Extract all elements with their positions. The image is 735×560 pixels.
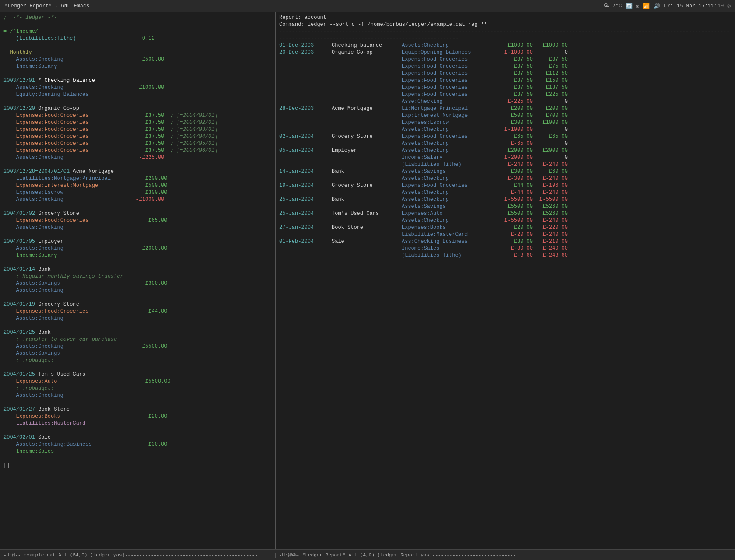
report-row-14: 02-Jan-2004 Grocery Store Expens:Food:Gr…: [279, 133, 732, 140]
line-groceries-4: Expenses:Food:Groceries £37.50 ; [=2004/…: [4, 133, 272, 140]
report-row-20: Assets:Checking £-300.00 £-240.00: [279, 175, 732, 182]
titlebar: *Ledger Report* - GNU Emacs 🌤 7°C 🔄 ✉ 📶 …: [0, 0, 735, 12]
line-cursor: []: [4, 462, 272, 469]
report-row-15: Assets:Checking £-65.00 0: [279, 140, 732, 147]
line-income-salary-monthly: Income:Salary: [4, 63, 272, 70]
line-2004-01-25-bank: 2004/01/25 Bank: [4, 329, 272, 336]
line-2004-01-19: 2004/01/19 Grocery Store: [4, 301, 272, 308]
report-row-1: 01-Dec-2003 Checking balance Assets:Chec…: [279, 42, 732, 49]
line-groceries-2: Expenses:Food:Groceries £37.50 ; [=2004/…: [4, 119, 272, 126]
line-groceries-44: Expenses:Food:Groceries £44.00: [4, 308, 272, 315]
line-2004-01-02: 2004/01/02 Grocery Store: [4, 210, 272, 217]
line-groceries-3: Expenses:Food:Groceries £37.50 ; [=2004/…: [4, 126, 272, 133]
report-row-31: (Liabilities:Tithe) £-3.60 £-243.60: [279, 252, 732, 259]
report-row-17: Income:Salary £-2000.00 0: [279, 154, 732, 161]
settings-icon[interactable]: ⚙: [727, 3, 731, 10]
line-2004-02-01: 2004/02/01 Sale: [4, 434, 272, 441]
report-row-28: Liabilitie:MasterCard £-20.00 £-240.00: [279, 231, 732, 238]
report-row-19: 14-Jan-2004 Bank Assets:Savings £300.00 …: [279, 168, 732, 175]
report-row-7: Expens:Food:Groceries £37.50 £187.50: [279, 84, 732, 91]
right-pane[interactable]: Report: account Command: ledger --sort d…: [276, 12, 735, 550]
line-2003-12-28: 2003/12/28=2004/01/01 Acme Mortgage: [4, 168, 272, 175]
line-2004-01-25-cars: 2004/01/25 Tom's Used Cars: [4, 371, 272, 378]
report-row-6: Expens:Food:Groceries £37.50 £150.00: [279, 77, 732, 84]
titlebar-title: *Ledger Report* - GNU Emacs: [4, 3, 89, 9]
report-row-23: 25-Jan-2004 Bank Assets:Checking £-5500.…: [279, 196, 732, 203]
line-blank11: [4, 364, 272, 371]
line-interest-mortgage: Expenses:Interest:Mortgage £500.00: [4, 182, 272, 189]
report-row-18: (Liabilities:Tithe) £-240.00 £-240.00: [279, 161, 732, 168]
line-checking-business: Assets:Checking:Business £30.00: [4, 441, 272, 448]
report-row-27: 27-Jan-2004 Book Store Expenses:Books £2…: [279, 224, 732, 231]
report-row-12: Expenses:Escrow £300.00 £1000.00: [279, 119, 732, 126]
report-row-10: 28-Dec-2003 Acme Mortgage Li:Mortgage:Pr…: [279, 105, 732, 112]
titlebar-right: 🌤 7°C 🔄 ✉ 📶 🔊 Fri 15 Mar 17:11:19 ⚙: [603, 3, 731, 10]
line-equity-opening: Equity:Opening Balances: [4, 91, 272, 98]
report-row-29: 01-Feb-2004 Sale Ass:Checking:Business £…: [279, 238, 732, 245]
line-2004-01-27: 2004/01/27 Book Store: [4, 406, 272, 413]
line-groceries-65: Expenses:Food:Groceries £65.00: [4, 217, 272, 224]
line-ledger-comment: ; -*- ledger -*-: [4, 14, 272, 21]
report-header-label: Report: account: [279, 14, 732, 21]
line-assets-savings: Assets:Savings: [4, 350, 272, 357]
weather-icon: 🌤: [603, 3, 609, 9]
line-expenses-books: Expenses:Books £20.00: [4, 413, 272, 420]
line-liabilities-mastercard: Liabilities:MasterCard: [4, 420, 272, 427]
report-row-25: 25-Jan-2004 Tom's Used Cars Expenses:Aut…: [279, 210, 732, 217]
report-row-16: 05-Jan-2004 Employer Assets:Checking £20…: [279, 147, 732, 154]
line-2004-01-05: 2004/01/05 Employer: [4, 238, 272, 245]
mail-icon[interactable]: ✉: [636, 3, 640, 10]
line-assets-checking-1000neg: Assets:Checking -£1000.00: [4, 196, 272, 203]
temperature: 7°C: [612, 3, 622, 9]
report-row-9: Asse:Checking £-225.00 0: [279, 98, 732, 105]
report-row-11: Exp:Interest:Mortgage £500.00 £700.00: [279, 112, 732, 119]
line-assets-checking-1000: Assets:Checking £1000.00: [4, 84, 272, 91]
report-row-21: 19-Jan-2004 Grocery Store Expens:Food:Gr…: [279, 182, 732, 189]
line-assets-checking-225: Assets:Checking -£225.00: [4, 154, 272, 161]
statusbar: -U:@-- example.dat All (64,0) (Ledger ya…: [0, 550, 735, 560]
line-2004-01-14: 2004/01/14 Bank: [4, 266, 272, 273]
line-blank8: [4, 259, 272, 266]
line-blank6: [4, 203, 272, 210]
main-area: ; -*- ledger -*- = /^Income/ (Liabilitie…: [0, 12, 735, 550]
line-income-salary: Income:Salary: [4, 252, 272, 259]
network-icon: 📶: [643, 3, 650, 10]
line-blank: [4, 21, 272, 28]
report-row-26: Assets:Checking £-5500.00 £-240.00: [279, 217, 732, 224]
line-blank4: [4, 98, 272, 105]
line-assets-checking-bank: Assets:Checking: [4, 287, 272, 294]
line-assets-savings-300: Assets:Savings £300.00: [4, 280, 272, 287]
line-income-filter: = /^Income/: [4, 28, 272, 35]
report-row-24: Assets:Savings £5500.00 £5260.00: [279, 203, 732, 210]
line-2003-12-20: 2003/12/20 Organic Co-op: [4, 105, 272, 112]
line-blank9: [4, 294, 272, 301]
line-assets-checking-5500: Assets:Checking £5500.00: [4, 343, 272, 350]
line-escrow: Expenses:Escrow £300.00: [4, 189, 272, 196]
datetime: Fri 15 Mar 17:11:19: [664, 3, 724, 9]
line-assets-checking-gs: Assets:Checking: [4, 224, 272, 231]
line-income-sales: Income:Sales: [4, 448, 272, 455]
report-row-4: Expens:Food:Groceries £37.50 £75.00: [279, 63, 732, 70]
line-blank14: [4, 455, 272, 462]
line-nobudget-2: ; :nobudget:: [4, 385, 272, 392]
line-blank10: [4, 322, 272, 329]
line-groceries-1: Expenses:Food:Groceries £37.50 ; [=2004/…: [4, 112, 272, 119]
volume-icon[interactable]: 🔊: [653, 3, 660, 10]
refresh-icon[interactable]: 🔄: [626, 3, 633, 10]
report-divider: ----------------------------------------…: [279, 28, 732, 42]
line-car-comment: ; Transfer to cover car purchase: [4, 336, 272, 343]
line-liabilities-tithe: (Liabilities:Tithe) 0.12: [4, 35, 272, 42]
line-2003-12-01: 2003/12/01 * Checking balance: [4, 77, 272, 84]
line-assets-checking-cars: Assets:Checking: [4, 392, 272, 399]
line-groceries-6: Expenses:Food:Groceries £37.50 ; [=2004/…: [4, 147, 272, 154]
line-expenses-auto: Expenses:Auto £5500.00: [4, 378, 272, 385]
report-row-30: Income:Sales £-30.00 £-240.00: [279, 245, 732, 252]
line-groceries-5: Expenses:Food:Groceries £37.50 ; [=2004/…: [4, 140, 272, 147]
line-blank5: [4, 161, 272, 168]
line-blank13: [4, 427, 272, 434]
report-row-13: Assets:Checking £-1000.00 0: [279, 126, 732, 133]
line-mortgage-principal: Liabilities:Mortgage:Principal £200.00: [4, 175, 272, 182]
left-pane[interactable]: ; -*- ledger -*- = /^Income/ (Liabilitie…: [0, 12, 276, 550]
statusbar-right: -U:@%%- *Ledger Report* All (4,0) (Ledge…: [276, 553, 735, 558]
statusbar-left: -U:@-- example.dat All (64,0) (Ledger ya…: [0, 553, 276, 558]
